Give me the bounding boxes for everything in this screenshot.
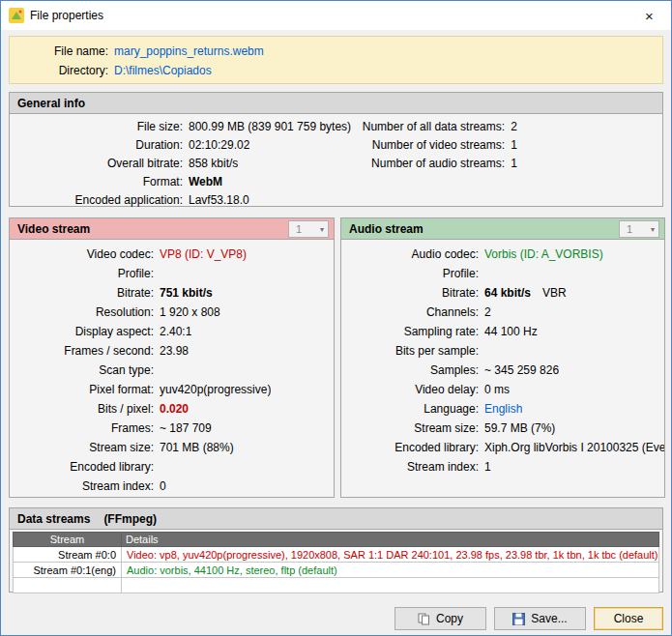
field-row: Scan type:	[10, 361, 334, 380]
chevron-down-icon: ▾	[651, 225, 658, 234]
field-label: Bits / pixel:	[10, 402, 160, 416]
field-row: Overall bitrate: 858 kbit/s	[10, 154, 351, 172]
field-value: 0.020	[160, 402, 189, 416]
field-row: Video delay: 0 ms	[341, 380, 664, 399]
field-label: Pixel format:	[10, 383, 160, 396]
field-row: Bitrate: 64 kbit/s VBR	[341, 283, 664, 303]
field-row: File size: 800.99 MB (839 901 759 bytes)	[10, 117, 351, 135]
stream-cell: Stream #0:0	[14, 547, 122, 563]
video-stream-section: Video stream 1 ▾ Video codec: VP8 (ID: V…	[9, 217, 335, 498]
details-cell: Audio: vorbis, 44100 Hz, stereo, fltp (d…	[122, 563, 659, 578]
file-info-value[interactable]: D:\filmes\Copiados	[114, 64, 212, 77]
field-row: Profile:	[341, 264, 664, 283]
field-row: Bits per sample:	[341, 341, 664, 361]
field-value: Lavf53.18.0	[189, 193, 249, 207]
field-label: Duration:	[10, 138, 189, 152]
file-properties-dialog: File properties × File name: mary_poppin…	[0, 0, 672, 636]
close-icon[interactable]: ×	[628, 2, 671, 30]
copy-icon	[418, 613, 430, 625]
audio-stream-selector[interactable]: 1 ▾	[619, 220, 659, 238]
field-row: Stream size: 701 MB (88%)	[10, 438, 334, 457]
stream-number: 1	[296, 223, 302, 235]
copy-button[interactable]: Copy	[394, 607, 486, 630]
video-stream-header: Video stream 1 ▾	[10, 218, 334, 240]
field-row: Number of video streams: 1	[351, 135, 662, 154]
table-row[interactable]: Stream #0:0 Video: vp8, yuv420p(progress…	[14, 547, 659, 563]
field-label: Format:	[10, 175, 189, 188]
field-row: Profile:	[10, 264, 334, 283]
data-streams-subtitle: (FFmpeg)	[103, 512, 157, 526]
field-row: Pixel format: yuv420p(progressive)	[10, 380, 334, 399]
field-label: Stream index:	[10, 479, 160, 493]
field-value: 701 MB (88%)	[160, 441, 234, 454]
file-info-panel: File name: mary_poppins_returns.webm Dir…	[9, 36, 663, 84]
field-row: Stream index: 1	[341, 457, 664, 477]
field-row: Bits / pixel: 0.020	[10, 399, 334, 419]
general-info-header: General info	[10, 93, 662, 114]
general-info-right-column: Number of all data streams: 2 Number of …	[351, 117, 662, 209]
field-label: Stream index:	[341, 460, 484, 474]
save-icon	[512, 613, 525, 625]
field-label: Language:	[341, 402, 484, 416]
field-value: 1 920 x 808	[160, 305, 220, 319]
data-streams-section: Data streams (FFmpeg) Stream Details Str…	[9, 507, 663, 593]
field-value: 44 100 Hz	[484, 325, 538, 338]
field-label: Profile:	[341, 267, 484, 280]
file-info-row: File name: mary_poppins_returns.webm	[10, 42, 662, 61]
details-cell: Video: vp8, yuv420p(progressive), 1920x8…	[122, 547, 659, 563]
field-label: Audio codec:	[341, 247, 484, 261]
video-stream-selector[interactable]: 1 ▾	[288, 220, 329, 238]
field-label: Profile:	[10, 267, 160, 280]
close-button[interactable]: Close	[594, 607, 663, 630]
field-value: 23.98	[160, 344, 189, 358]
table-row[interactable]	[14, 578, 659, 593]
field-label: Video delay:	[341, 383, 484, 396]
field-row: Language: English	[341, 399, 664, 419]
field-row: Audio codec: Vorbis (ID: A_VORBIS)	[341, 245, 664, 264]
field-row: Sampling rate: 44 100 Hz	[341, 322, 664, 341]
field-label: Video codec:	[10, 247, 160, 261]
field-value: yuv420p(progressive)	[160, 383, 271, 396]
field-label: Frames / second:	[10, 344, 160, 358]
file-info-value[interactable]: mary_poppins_returns.webm	[114, 44, 264, 58]
field-label: Sampling rate:	[341, 325, 484, 338]
field-row: Number of audio streams: 1	[351, 154, 662, 172]
field-value: 1	[511, 157, 517, 170]
save-button[interactable]: Save...	[494, 607, 586, 630]
column-header-stream: Stream	[14, 533, 122, 547]
video-stream-rows: Video codec: VP8 (ID: V_VP8) Profile: Bi…	[10, 240, 334, 496]
field-value: 1	[484, 460, 491, 474]
field-row: Video codec: VP8 (ID: V_VP8)	[10, 245, 334, 264]
app-icon	[9, 8, 24, 23]
field-row: Resolution: 1 920 x 808	[10, 303, 334, 322]
general-info-left-column: File size: 800.99 MB (839 901 759 bytes)…	[10, 117, 351, 209]
data-streams-table: Stream Details Stream #0:0 Video: vp8, y…	[13, 532, 659, 593]
file-info-row: Directory: D:\filmes\Copiados	[10, 61, 662, 80]
table-row[interactable]: Stream #0:1(eng) Audio: vorbis, 44100 Hz…	[14, 563, 659, 578]
field-value: 64 kbit/s	[484, 286, 531, 300]
audio-stream-rows: Audio codec: Vorbis (ID: A_VORBIS) Profi…	[341, 240, 664, 477]
field-value: Vorbis (ID: A_VORBIS)	[484, 247, 603, 261]
button-bar: Copy Save... Close	[394, 607, 663, 630]
field-row: Stream index: 0	[10, 477, 334, 496]
field-value: WebM	[189, 175, 222, 188]
field-value: 02:10:29.02	[189, 138, 249, 152]
video-stream-title: Video stream	[17, 222, 90, 236]
field-value: Xiph.Org libVorbis I 20100325 (Everywh	[484, 441, 664, 454]
field-label: Bitrate:	[341, 286, 484, 300]
field-label: Encoded library:	[341, 441, 484, 454]
field-value: 751 kbit/s	[160, 286, 213, 300]
field-label: Frames:	[10, 421, 160, 435]
field-label: Resolution:	[10, 305, 160, 319]
field-label: Encoded library:	[10, 460, 160, 474]
field-value: 0	[160, 479, 166, 493]
field-row: Frames / second: 23.98	[10, 341, 334, 361]
field-row: Encoded library: Xiph.Org libVorbis I 20…	[341, 438, 664, 457]
audio-stream-section: Audio stream 1 ▾ Audio codec: Vorbis (ID…	[340, 217, 665, 498]
field-label: Stream size:	[10, 441, 160, 454]
field-label: Channels:	[341, 305, 484, 319]
field-extra: VBR	[542, 286, 567, 300]
field-label: Bitrate:	[10, 286, 160, 300]
close-button-label: Close	[614, 612, 644, 625]
window-title: File properties	[30, 9, 103, 22]
